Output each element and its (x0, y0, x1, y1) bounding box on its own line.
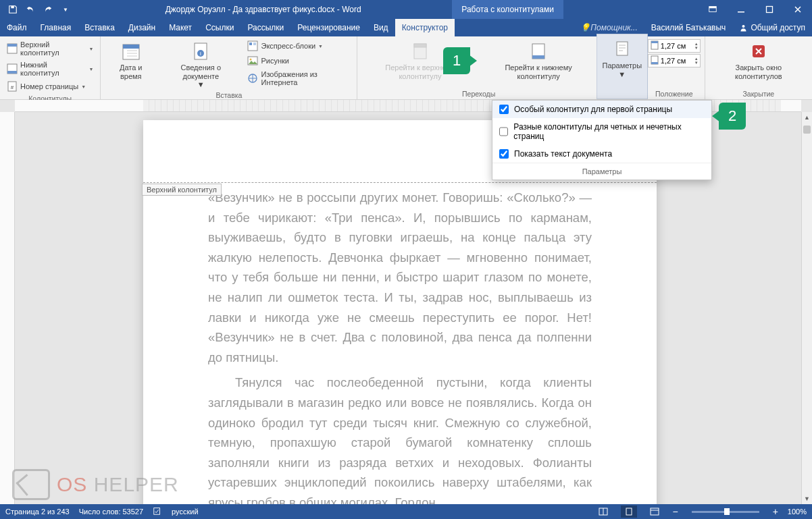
group-label-close: Закрытие (709, 88, 808, 98)
datetime-button[interactable]: Дата и время (105, 39, 157, 90)
view-print-icon[interactable] (621, 506, 637, 518)
user-account[interactable]: Василий Батькавыч (644, 19, 733, 36)
docinfo-icon: i (190, 40, 211, 62)
header-section-label: Верхний колонтитул (142, 184, 222, 196)
svg-rect-4 (767, 7, 773, 13)
tab-insert[interactable]: Вставка (78, 19, 122, 36)
checkbox-diff-odd-even[interactable] (499, 127, 508, 136)
tab-file[interactable]: Файл (0, 19, 34, 36)
group-label-params (597, 89, 647, 99)
svg-rect-7 (7, 44, 17, 47)
option-diff-odd-even[interactable]: Разные колонтитулы для четных и нечетных… (492, 118, 711, 145)
checkbox-show-doc-text[interactable] (499, 149, 509, 159)
share-button[interactable]: Общий доступ (732, 19, 812, 36)
svg-point-5 (742, 25, 745, 28)
oshelper-watermark: OS HELPER (12, 469, 179, 500)
ribbon-tabs: Файл Главная Вставка Дизайн Макет Ссылки… (0, 19, 812, 36)
parameters-dropdown-panel: Особый колонтитул для первой страницы Ра… (492, 100, 712, 180)
docinfo-button[interactable]: i Сведения о документе▼ (159, 39, 242, 90)
header-margin-icon (650, 40, 659, 51)
svg-rect-40 (651, 508, 659, 515)
tab-home[interactable]: Главная (34, 19, 78, 36)
status-page[interactable]: Страница 2 из 243 (5, 508, 70, 516)
globe-icon (247, 73, 258, 84)
close-icon[interactable] (784, 0, 812, 19)
status-wordcount[interactable]: Число слов: 53527 (79, 508, 143, 516)
document-body-text: «Везунчик» не в россыпи других монет. Го… (143, 188, 657, 504)
cursor-box-icon (12, 469, 50, 500)
status-language[interactable]: русский (172, 508, 198, 516)
goto-footer-button[interactable]: Перейти к нижнему колонтитулу (481, 39, 595, 88)
chevron-down-icon: ▼ (618, 70, 626, 78)
maximize-icon[interactable] (755, 0, 784, 19)
save-icon[interactable] (4, 0, 22, 19)
pictures-button[interactable]: Рисунки (245, 54, 353, 67)
quickparts-icon (247, 40, 258, 51)
status-zoom[interactable]: 100% (788, 508, 807, 516)
picture-icon (247, 55, 258, 66)
footer-from-bottom-spinner[interactable]: ▲▼ (648, 54, 701, 67)
paragraph-1: «Везунчик» не в россыпи других монет. Го… (208, 188, 592, 367)
minimize-icon[interactable] (727, 0, 755, 19)
view-web-icon[interactable] (646, 506, 663, 518)
context-tab-header-footer: Работа с колонтитулами (452, 0, 563, 19)
footer-margin-icon (650, 55, 659, 66)
tab-layout[interactable]: Макет (162, 19, 199, 36)
ribbon-display-icon[interactable] (699, 0, 727, 19)
zoom-out-icon[interactable]: − (672, 506, 678, 517)
tab-mailings[interactable]: Рассылки (240, 19, 290, 36)
status-bar: Страница 2 из 243 Число слов: 53527 русс… (0, 504, 812, 519)
scroll-down-icon[interactable]: ▼ (802, 493, 812, 504)
close-square-icon (748, 40, 769, 62)
svg-point-24 (250, 59, 252, 61)
tab-view[interactable]: Вид (367, 19, 395, 36)
ribbon: Верхний колонтитул▼ Нижний колонтитул▼ #… (0, 36, 812, 100)
webpictures-button[interactable]: Изображения из Интернета (245, 69, 353, 88)
svg-rect-2 (709, 7, 717, 9)
spellcheck-icon[interactable] (153, 506, 162, 517)
zoom-slider[interactable] (692, 511, 759, 513)
footer-icon (7, 63, 18, 74)
paragraph-2: Тянулся час послеобеденной пустыни, когд… (208, 373, 592, 504)
svg-rect-39 (626, 508, 632, 515)
pagenumber-button[interactable]: #Номер страницы▼ (4, 80, 96, 93)
scroll-up-icon[interactable]: ▲ (802, 112, 812, 123)
qat-customize-icon[interactable]: ▼ (57, 0, 74, 19)
parameters-panel-footer: Параметры (492, 163, 711, 180)
header-from-top-input[interactable] (661, 42, 693, 50)
zoom-in-icon[interactable]: + (773, 506, 778, 517)
svg-text:#: # (11, 84, 14, 90)
quickparts-button[interactable]: Экспресс-блоки▼ (245, 39, 353, 53)
checkbox-diff-first-page[interactable] (499, 105, 509, 114)
vertical-ruler[interactable] (0, 112, 15, 504)
tab-references[interactable]: Ссылки (199, 19, 240, 36)
footer-from-bottom-input[interactable] (661, 57, 693, 65)
option-diff-first-page[interactable]: Особый колонтитул для первой страницы (492, 101, 711, 118)
group-label-position: Положение (648, 88, 701, 98)
header-button[interactable]: Верхний колонтитул▼ (4, 39, 96, 58)
svg-rect-27 (414, 44, 426, 47)
header-boundary-line (143, 182, 657, 183)
svg-rect-36 (154, 508, 160, 515)
view-readmode-icon[interactable] (595, 506, 611, 518)
redo-icon[interactable] (39, 0, 57, 19)
footer-button[interactable]: Нижний колонтитул▼ (4, 59, 96, 78)
header-from-top-spinner[interactable]: ▲▼ (648, 39, 701, 53)
undo-icon[interactable] (22, 0, 39, 19)
svg-rect-34 (651, 62, 658, 64)
option-show-doc-text[interactable]: Показать текст документа (492, 145, 711, 163)
goto-header-icon (409, 40, 431, 62)
close-hf-button[interactable]: Закрыть окно колонтитулов (709, 39, 808, 88)
svg-text:i: i (200, 51, 201, 57)
tab-designer[interactable]: Конструктор (395, 19, 455, 36)
group-label-insert: Вставка (105, 90, 353, 99)
calendar-icon (120, 40, 142, 62)
group-label-nav: Переходы (361, 88, 595, 98)
scroll-thumb[interactable] (803, 126, 811, 134)
svg-rect-0 (11, 6, 14, 9)
document-title: Джордж Оруэлл - Да здравствует фикус.doc… (166, 5, 361, 14)
vertical-scrollbar[interactable]: ▲ ▼ (801, 112, 812, 504)
parameters-button[interactable]: Параметры ▼ (597, 34, 647, 89)
tab-design[interactable]: Дизайн (122, 19, 162, 36)
tab-review[interactable]: Рецензирование (290, 19, 367, 36)
